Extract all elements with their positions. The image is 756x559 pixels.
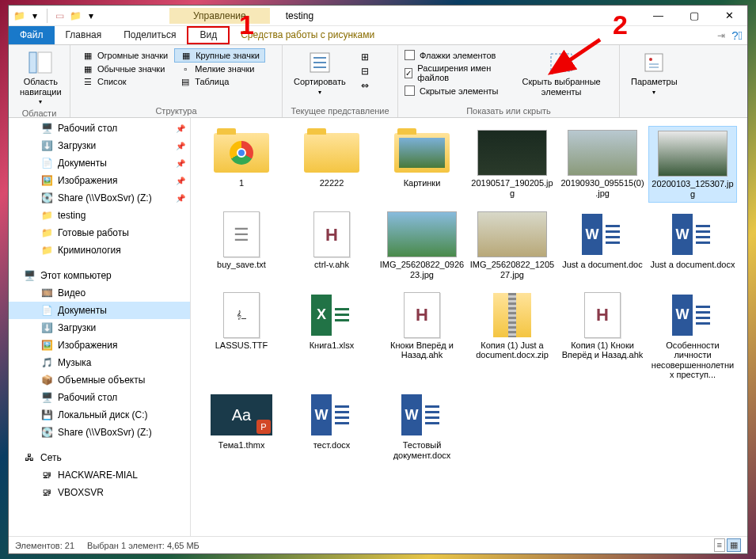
help-icon[interactable]: ?⃝ <box>731 29 743 42</box>
layout-large[interactable]: ▦Крупные значки <box>174 48 265 63</box>
pin-ribbon-icon[interactable]: ⇥ <box>717 30 725 41</box>
tab-home[interactable]: Главная <box>55 26 113 44</box>
options-button[interactable]: Параметры▾ <box>626 48 682 97</box>
checkbox-hidden[interactable]: Скрытые элементы <box>405 84 499 97</box>
file-name: IMG_25620822_092623.jpg <box>379 260 465 280</box>
file-name: Копия (1) Кноки Вперёд и Назад.ahk <box>560 340 645 360</box>
nav-item[interactable]: 🖳VBOXSVR <box>9 484 190 501</box>
layout-details[interactable]: ▤Таблица <box>174 75 265 88</box>
nav-label: Музыка <box>58 357 91 368</box>
file-thumbnail: H <box>297 211 367 258</box>
details-view-icon[interactable]: ≡ <box>714 538 725 552</box>
file-item[interactable]: AaPТема1.thmx <box>197 388 286 463</box>
svg-line-11 <box>551 40 600 73</box>
nav-item[interactable]: 📄Документы <box>9 302 190 319</box>
status-count: Элементов: 21 <box>15 541 74 550</box>
tab-file[interactable]: Файл <box>9 26 55 44</box>
ribbon: Область навигации ▾ Области ▦Огромные зн… <box>9 45 747 118</box>
maximize-button[interactable]: ▢ <box>676 6 712 26</box>
thumb-view-icon[interactable]: ▦ <box>727 538 741 552</box>
file-item[interactable]: IMG_25620822_092623.jpg <box>378 207 466 283</box>
file-item[interactable]: Копия (1) Just a document.docx.zip <box>468 288 557 384</box>
file-name: buy_save.txt <box>217 260 266 270</box>
file-item[interactable]: 22222 <box>287 126 376 203</box>
file-item[interactable]: Wтест.docx <box>287 388 376 463</box>
addcolumn-icon[interactable]: ⊟ <box>359 66 371 77</box>
file-item[interactable]: HКопия (1) Кноки Вперёд и Назад.ahk <box>558 288 647 384</box>
nav-item[interactable]: 🖥️Рабочий стол <box>9 389 190 406</box>
file-item[interactable]: XКнига1.xlsx <box>287 288 376 384</box>
file-name: 22222 <box>320 178 344 188</box>
sizeall-icon[interactable]: ⇔ <box>359 80 371 91</box>
layout-medium[interactable]: ▦Обычные значки <box>77 63 173 75</box>
context-subtab[interactable]: Средства работы с рисунками <box>230 26 386 44</box>
file-item[interactable]: WТестовый документ.docx <box>378 388 466 463</box>
file-thumbnail <box>477 291 547 339</box>
qa-overflow-icon[interactable]: ▾ <box>84 9 98 23</box>
nav-label: HACKWARE-MIAL <box>58 470 138 481</box>
qa-dropdown-icon[interactable]: ▾ <box>28 9 42 23</box>
layout-small[interactable]: ▫Мелкие значки <box>174 63 265 75</box>
nav-icon: 📁 <box>40 209 53 222</box>
nav-item[interactable]: 🖼️Изображения📌 <box>9 172 190 189</box>
checkbox-extensions[interactable]: ✓Расширения имен файлов <box>405 62 499 84</box>
nav-label: Готовые работы <box>58 227 129 238</box>
nav-item[interactable]: 💽Share (\\VBoxSvr) (Z:)📌 <box>9 189 190 207</box>
nav-item[interactable]: 📦Объемные объекты <box>9 371 190 389</box>
file-item[interactable]: 𝄞⎯LASSUS.TTF <box>197 288 286 384</box>
nav-icon: 💽 <box>40 192 53 204</box>
nav-icon: 🖥️ <box>40 122 53 135</box>
navigation-pane-button[interactable]: Область навигации ▾ <box>15 48 66 107</box>
nav-thispc[interactable]: 🖥️Этот компьютер <box>9 267 190 284</box>
file-item[interactable]: Hctrl-v.ahk <box>287 207 376 283</box>
file-item[interactable]: 1 <box>197 126 286 203</box>
close-button[interactable]: ✕ <box>712 6 747 26</box>
file-thumbnail <box>297 129 367 177</box>
tab-view[interactable]: Вид <box>187 26 230 44</box>
properties-icon[interactable]: ▭ <box>52 9 66 23</box>
file-item[interactable]: 20200103_125307.jpg <box>648 126 737 203</box>
file-item[interactable]: HКноки Вперёд и Назад.ahk <box>378 288 466 384</box>
new-folder-icon[interactable]: 📁 <box>68 9 82 23</box>
nav-icon: 📦 <box>40 374 53 386</box>
nav-item[interactable]: 💽Share (\\VBoxSvr) (Z:) <box>9 424 190 441</box>
nav-network[interactable]: 🖧Сеть <box>9 449 190 466</box>
navigation-pane[interactable]: 🖥️Рабочий стол📌⬇️Загрузки📌📄Документы📌🖼️И… <box>9 118 191 536</box>
nav-item[interactable]: 📄Документы📌 <box>9 154 190 172</box>
sort-button[interactable]: Сортировать▾ <box>289 48 351 97</box>
file-item[interactable]: Картинки <box>378 126 466 203</box>
nav-item[interactable]: ⬇️Загрузки <box>9 319 190 337</box>
nav-item[interactable]: ⬇️Загрузки📌 <box>9 137 190 154</box>
nav-label: Изображения <box>58 340 117 351</box>
nav-icon: 📁 <box>40 244 53 257</box>
file-item[interactable]: 20190930_095515(0).jpg <box>558 126 647 203</box>
file-item[interactable]: IMG_25620822_120527.jpg <box>468 207 557 283</box>
layout-extra-large[interactable]: ▦Огромные значки <box>77 48 173 63</box>
nav-item[interactable]: 🖥️Рабочий стол📌 <box>9 120 190 137</box>
nav-item[interactable]: 💾Локальный диск (C:) <box>9 406 190 424</box>
checkbox-item-checkboxes[interactable]: Флажки элементов <box>405 48 499 62</box>
layout-list[interactable]: ☰Список <box>77 75 173 88</box>
nav-item[interactable]: 🎵Музыка <box>9 354 190 371</box>
window-title: testing <box>286 10 313 21</box>
nav-item[interactable]: 🖳HACKWARE-MIAL <box>9 466 190 484</box>
groupby-icon[interactable]: ⊞ <box>359 51 371 63</box>
file-item[interactable]: WОсобенности личности несовершеннолетних… <box>648 288 737 384</box>
file-item[interactable]: 20190517_190205.jpg <box>468 126 557 203</box>
nav-item[interactable]: 🖼️Изображения <box>9 337 190 354</box>
file-thumbnail: AaP <box>207 391 276 439</box>
pin-icon: 📌 <box>176 124 185 133</box>
file-item[interactable]: WJust a document.docx <box>648 207 737 283</box>
tab-share[interactable]: Поделиться <box>112 26 187 44</box>
nav-item[interactable]: 📁testing <box>9 207 190 224</box>
file-thumbnail: W <box>658 291 728 339</box>
svg-rect-7 <box>645 54 663 71</box>
minimize-button[interactable]: — <box>640 6 676 26</box>
file-item[interactable]: ☰buy_save.txt <box>197 207 286 283</box>
file-item[interactable]: WJust a document.doc <box>558 207 647 283</box>
file-view[interactable]: 122222Картинки20190517_190205.jpg2019093… <box>191 118 747 536</box>
nav-item[interactable]: 📁Криминология <box>9 241 190 259</box>
context-tab-manage[interactable]: Управление <box>169 8 270 24</box>
nav-item[interactable]: 📁Готовые работы <box>9 224 190 241</box>
nav-item[interactable]: 🎞️Видео <box>9 284 190 302</box>
